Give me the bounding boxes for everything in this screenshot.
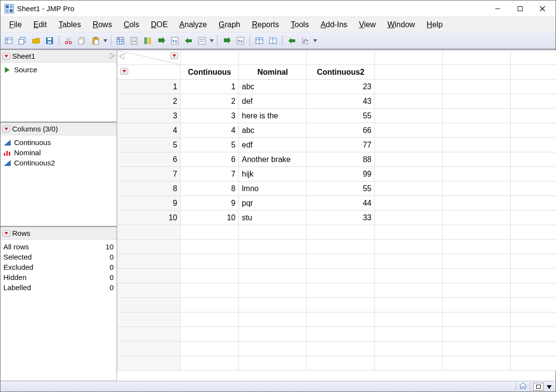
save-icon[interactable] xyxy=(43,34,56,47)
table-row-empty[interactable] xyxy=(118,269,556,283)
cell-blank[interactable] xyxy=(511,181,556,196)
cell-blank[interactable] xyxy=(307,254,375,269)
open-icon[interactable] xyxy=(30,34,42,47)
cell-blank[interactable] xyxy=(443,123,511,138)
grid-corner[interactable] xyxy=(118,50,181,65)
cell-blank[interactable] xyxy=(443,269,511,283)
cell-blank[interactable] xyxy=(181,312,239,327)
row-number-blank[interactable] xyxy=(118,356,181,371)
table-row[interactable]: 1010stu33 xyxy=(118,211,556,225)
col-header-blank[interactable] xyxy=(375,65,443,80)
cell-blank[interactable] xyxy=(239,298,307,312)
cell-continuous[interactable]: 6 xyxy=(181,152,239,167)
cell-blank[interactable] xyxy=(181,240,239,254)
cell-blank[interactable] xyxy=(181,254,239,269)
cell-blank[interactable] xyxy=(375,80,443,94)
cell-blank[interactable] xyxy=(307,327,375,342)
cell-blank[interactable] xyxy=(375,269,443,283)
disclosure-icon[interactable] xyxy=(120,68,128,75)
cell-blank[interactable] xyxy=(511,283,556,298)
table-row[interactable]: 77hijk99 xyxy=(118,167,556,181)
cell-blank[interactable] xyxy=(511,327,556,342)
data-grid[interactable]: ContinuousNominalContinuous211abc2322def… xyxy=(117,50,556,371)
cell-blank[interactable] xyxy=(307,225,375,240)
row-number[interactable]: 10 xyxy=(118,211,181,225)
cell-continuous[interactable]: 5 xyxy=(181,138,239,152)
menu-view[interactable]: View xyxy=(353,18,381,31)
fx2-icon[interactable]: Yx xyxy=(234,34,247,47)
cell-blank[interactable] xyxy=(511,167,556,181)
toolbar-dropdown-icon[interactable] xyxy=(209,39,214,42)
row-number[interactable]: 6 xyxy=(118,152,181,167)
menu-cols[interactable]: Cols xyxy=(118,18,145,31)
stat-row-all-rows[interactable]: All rows10 xyxy=(3,242,114,252)
row-number-blank[interactable] xyxy=(118,342,181,356)
grid-toggle-icon[interactable] xyxy=(114,34,127,47)
cell-blank[interactable] xyxy=(375,240,443,254)
menu-tables[interactable]: Tables xyxy=(52,18,86,31)
cell-blank[interactable] xyxy=(443,254,511,269)
cell-blank[interactable] xyxy=(375,225,443,240)
cell-blank[interactable] xyxy=(511,254,556,269)
menu-tools[interactable]: Tools xyxy=(285,18,315,31)
cell-blank[interactable] xyxy=(443,196,511,211)
cell-blank[interactable] xyxy=(511,123,556,138)
cell-blank[interactable] xyxy=(375,152,443,167)
cell-blank[interactable] xyxy=(181,356,239,371)
cell-nominal[interactable]: Another brake xyxy=(239,152,307,167)
table-row[interactable]: 22def43 xyxy=(118,94,556,109)
col-header-blank[interactable] xyxy=(511,65,556,80)
view-mode-button[interactable] xyxy=(533,383,544,391)
cell-continuous[interactable]: 2 xyxy=(181,94,239,109)
new-table-icon[interactable] xyxy=(2,34,15,47)
cell-blank[interactable] xyxy=(511,298,556,312)
row-number-blank[interactable] xyxy=(118,327,181,342)
cell-blank[interactable] xyxy=(239,312,307,327)
cell-blank[interactable] xyxy=(375,123,443,138)
cell-blank[interactable] xyxy=(307,283,375,298)
cell-blank[interactable] xyxy=(239,225,307,240)
toolbar-dropdown-icon[interactable] xyxy=(313,39,318,42)
cell-blank[interactable] xyxy=(375,254,443,269)
chart-points-icon[interactable] xyxy=(299,34,312,47)
cell-blank[interactable] xyxy=(375,356,443,371)
table-summary-icon[interactable] xyxy=(267,34,279,47)
cell-blank[interactable] xyxy=(307,298,375,312)
cell-blank[interactable] xyxy=(443,298,511,312)
cell-blank[interactable] xyxy=(511,138,556,152)
columns-panel-header[interactable]: Columns (3/0) xyxy=(0,123,117,135)
col-header-continuous[interactable]: Continuous xyxy=(181,65,239,80)
triangle-left-icon[interactable] xyxy=(119,52,124,61)
cell-nominal[interactable]: abc xyxy=(239,80,307,94)
row-number[interactable]: 9 xyxy=(118,196,181,211)
table-row[interactable]: 66Another brake88 xyxy=(118,152,556,167)
row-number[interactable]: 3 xyxy=(118,109,181,123)
col-head-blank[interactable] xyxy=(375,50,443,65)
cell-blank[interactable] xyxy=(511,80,556,94)
column-row-continuous2[interactable]: Continuous2 xyxy=(3,158,114,168)
cell-blank[interactable] xyxy=(511,356,556,371)
calculator-icon[interactable] xyxy=(128,34,140,47)
cell-blank[interactable] xyxy=(375,167,443,181)
sheet-panel-header[interactable]: Sheet1 xyxy=(0,50,117,63)
stat-row-labelled[interactable]: Labelled0 xyxy=(3,282,114,293)
play-icon[interactable] xyxy=(110,52,115,60)
cell-blank[interactable] xyxy=(443,211,511,225)
table-row-empty[interactable] xyxy=(118,327,556,342)
copy-window-icon[interactable] xyxy=(16,34,29,47)
grid-corner2[interactable] xyxy=(118,65,181,80)
toolbar-dropdown-icon[interactable] xyxy=(103,39,108,42)
cell-blank[interactable] xyxy=(511,152,556,167)
cell-blank[interactable] xyxy=(375,181,443,196)
cell-nominal[interactable]: pqr xyxy=(239,196,307,211)
cell-blank[interactable] xyxy=(443,109,511,123)
cell-blank[interactable] xyxy=(375,342,443,356)
cell-blank[interactable] xyxy=(443,342,511,356)
column-row-nominal[interactable]: Nominal xyxy=(3,147,114,158)
cell-continuous[interactable]: 10 xyxy=(181,211,239,225)
arrow-right2-icon[interactable] xyxy=(220,34,233,47)
cell-continuous2[interactable]: 88 xyxy=(307,152,375,167)
cell-blank[interactable] xyxy=(443,283,511,298)
cell-continuous2[interactable]: 77 xyxy=(307,138,375,152)
cell-blank[interactable] xyxy=(181,225,239,240)
